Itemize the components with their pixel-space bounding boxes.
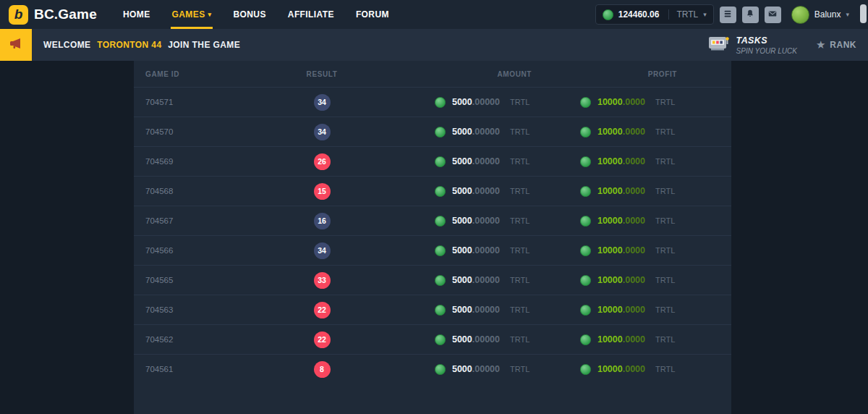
profit-cell: 10000 .0000 TRTL xyxy=(553,186,731,197)
trtl-coin-icon xyxy=(435,364,446,375)
scrollbar[interactable] xyxy=(860,4,867,23)
result-cell: 16 xyxy=(264,213,380,229)
amount-decimals: .00000 xyxy=(472,245,500,255)
result-cell: 22 xyxy=(264,302,380,318)
nav-label: HOME xyxy=(123,9,150,20)
welcome-bar-right: TASKS SPIN YOUR LUCK ★ RANK xyxy=(708,34,868,56)
slot-machine-icon xyxy=(708,34,730,56)
amount-decimals: .00000 xyxy=(472,334,500,345)
brand-title[interactable]: BC.Game xyxy=(34,7,97,22)
trtl-coin-icon xyxy=(580,275,591,286)
result-badge: 22 xyxy=(314,302,331,318)
nav-item-bonus[interactable]: BONUS xyxy=(233,0,265,29)
table-row[interactable]: 704562 22 5000 .00000 TRTL 10000 .0000 T… xyxy=(134,324,731,354)
table-row[interactable]: 704567 16 5000 .00000 TRTL 10000 .0000 T… xyxy=(134,206,731,235)
profit-decimals: .0000 xyxy=(623,156,645,166)
result-badge: 8 xyxy=(314,361,331,378)
amount-value: 5000 xyxy=(452,186,472,196)
profit-decimals: .0000 xyxy=(623,245,645,255)
result-badge: 34 xyxy=(314,242,331,259)
game-id: 704561 xyxy=(134,365,264,373)
envelope-icon xyxy=(767,9,778,21)
top-navbar: b BC.Game HOME GAMES ▾ BONUS AFFILIATE F… xyxy=(0,0,868,29)
welcome-message: WELCOME TORONTON 44 JOIN THE GAME xyxy=(43,40,240,50)
nav-item-home[interactable]: HOME xyxy=(123,0,150,29)
nav-item-games[interactable]: GAMES ▾ xyxy=(172,0,212,29)
wallet-button[interactable] xyxy=(720,7,736,23)
game-id: 704571 xyxy=(134,98,264,106)
bcgame-logo-icon[interactable]: b xyxy=(9,5,28,25)
amount-cell: 5000 .00000 TRTL xyxy=(380,186,553,197)
amount-decimals: .00000 xyxy=(472,97,500,107)
trtl-coin-icon xyxy=(435,245,446,256)
table-row[interactable]: 704570 34 5000 .00000 TRTL 10000 .0000 T… xyxy=(134,117,731,146)
currency-label: TRTL xyxy=(510,98,532,106)
megaphone-icon xyxy=(9,36,23,54)
result-badge: 34 xyxy=(314,94,331,111)
amount-value: 5000 xyxy=(452,305,472,315)
table-row[interactable]: 704571 34 5000 .00000 TRTL 10000 .0000 T… xyxy=(134,87,731,117)
amount-decimals: .00000 xyxy=(472,156,500,166)
star-icon: ★ xyxy=(816,38,825,51)
result-badge: 34 xyxy=(314,124,331,140)
result-badge: 33 xyxy=(314,272,331,289)
tasks-subtitle: SPIN YOUR LUCK xyxy=(736,47,797,55)
amount-cell: 5000 .00000 TRTL xyxy=(380,245,553,256)
result-badge: 26 xyxy=(314,153,331,170)
currency-label: TRTL xyxy=(655,246,677,255)
game-id: 704569 xyxy=(134,157,264,166)
result-cell: 15 xyxy=(264,183,380,200)
nav-item-affiliate[interactable]: AFFILIATE xyxy=(288,0,334,29)
user-menu[interactable]: Balunx ▾ xyxy=(791,6,849,24)
table-row[interactable]: 704563 22 5000 .00000 TRTL 10000 .0000 T… xyxy=(134,295,731,324)
tasks-widget[interactable]: TASKS SPIN YOUR LUCK xyxy=(708,34,797,56)
welcome-bar: WELCOME TORONTON 44 JOIN THE GAME TASKS … xyxy=(0,29,868,61)
amount-decimals: .00000 xyxy=(472,216,500,226)
profit-value: 10000 xyxy=(597,127,623,137)
amount-cell: 5000 .00000 TRTL xyxy=(380,127,553,138)
game-id: 704567 xyxy=(134,216,264,225)
trtl-coin-icon xyxy=(435,127,446,138)
trtl-coin-icon xyxy=(580,245,591,256)
profit-value: 10000 xyxy=(597,216,623,226)
result-cell: 8 xyxy=(264,361,380,378)
messages-button[interactable] xyxy=(765,7,781,23)
chevron-down-icon: ▾ xyxy=(846,12,849,18)
amount-value: 5000 xyxy=(452,275,472,285)
currency-label: TRTL xyxy=(510,127,532,136)
currency-label: TRTL xyxy=(655,157,677,166)
balance-dropdown[interactable]: 124460.06 TRTL ▾ xyxy=(595,4,714,25)
profit-cell: 10000 .0000 TRTL xyxy=(553,275,731,286)
amount-cell: 5000 .00000 TRTL xyxy=(380,275,553,286)
rank-label: RANK xyxy=(830,40,856,50)
rank-widget[interactable]: ★ RANK xyxy=(816,38,859,51)
col-header-profit: PROFIT xyxy=(553,70,731,78)
welcome-prefix: WELCOME xyxy=(43,40,90,50)
profit-decimals: .0000 xyxy=(623,127,645,137)
nav-label: FORUM xyxy=(356,9,389,20)
profit-decimals: .0000 xyxy=(623,364,645,374)
currency-label: TRTL xyxy=(510,157,532,166)
notifications-button[interactable] xyxy=(742,7,759,23)
table-row[interactable]: 704566 34 5000 .00000 TRTL 10000 .0000 T… xyxy=(134,235,731,265)
nav-label: GAMES xyxy=(172,9,205,20)
trtl-coin-icon xyxy=(435,216,446,227)
table-row[interactable]: 704565 33 5000 .00000 TRTL 10000 .0000 T… xyxy=(134,265,731,295)
trtl-coin-icon xyxy=(435,334,446,345)
currency-label: TRTL xyxy=(655,365,677,373)
amount-decimals: .00000 xyxy=(472,364,500,374)
profit-cell: 10000 .0000 TRTL xyxy=(553,127,731,138)
profit-value: 10000 xyxy=(597,305,623,315)
main-area: GAME ID RESULT AMOUNT PROFIT 704571 34 5… xyxy=(0,61,868,414)
table-row[interactable]: 704569 26 5000 .00000 TRTL 10000 .0000 T… xyxy=(134,146,731,176)
nav-item-forum[interactable]: FORUM xyxy=(356,0,389,29)
amount-value: 5000 xyxy=(452,245,472,255)
result-cell: 34 xyxy=(264,242,380,259)
profit-decimals: .0000 xyxy=(623,186,645,196)
table-row[interactable]: 704561 8 5000 .00000 TRTL 10000 .0000 TR… xyxy=(134,354,731,384)
chevron-down-icon: ▾ xyxy=(703,12,707,18)
game-id: 704563 xyxy=(134,305,264,314)
amount-decimals: .00000 xyxy=(472,305,500,315)
table-row[interactable]: 704568 15 5000 .00000 TRTL 10000 .0000 T… xyxy=(134,176,731,206)
amount-cell: 5000 .00000 TRTL xyxy=(380,216,553,227)
